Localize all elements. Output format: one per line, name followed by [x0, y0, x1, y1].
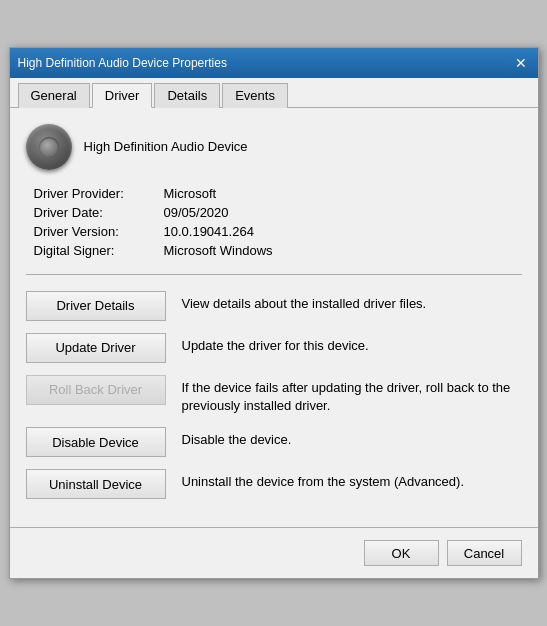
info-row-date: Driver Date: 09/05/2020: [34, 205, 530, 220]
signer-label: Digital Signer:: [34, 243, 164, 258]
divider: [26, 274, 522, 275]
version-label: Driver Version:: [34, 224, 164, 239]
roll-back-driver-button: Roll Back Driver: [26, 375, 166, 405]
footer: OK Cancel: [10, 527, 538, 578]
roll-back-driver-desc: If the device fails after updating the d…: [182, 375, 522, 415]
signer-value: Microsoft Windows: [164, 243, 273, 258]
disable-device-button[interactable]: Disable Device: [26, 427, 166, 457]
uninstall-device-desc: Uninstall the device from the system (Ad…: [182, 469, 465, 491]
tab-details[interactable]: Details: [154, 83, 220, 108]
ok-button[interactable]: OK: [364, 540, 439, 566]
date-value: 09/05/2020: [164, 205, 229, 220]
device-icon: [26, 124, 72, 170]
action-row-roll-back: Roll Back Driver If the device fails aft…: [26, 375, 522, 415]
action-row-disable-device: Disable Device Disable the device.: [26, 427, 522, 457]
properties-window: High Definition Audio Device Properties …: [9, 47, 539, 579]
tab-general[interactable]: General: [18, 83, 90, 108]
action-row-update-driver: Update Driver Update the driver for this…: [26, 333, 522, 363]
driver-details-button[interactable]: Driver Details: [26, 291, 166, 321]
action-row-uninstall-device: Uninstall Device Uninstall the device fr…: [26, 469, 522, 499]
close-button[interactable]: ✕: [512, 54, 530, 72]
provider-value: Microsoft: [164, 186, 217, 201]
disable-device-desc: Disable the device.: [182, 427, 292, 449]
info-row-signer: Digital Signer: Microsoft Windows: [34, 243, 530, 258]
tab-bar: General Driver Details Events: [10, 78, 538, 108]
action-row-driver-details: Driver Details View details about the in…: [26, 291, 522, 321]
device-name: High Definition Audio Device: [84, 139, 248, 154]
version-value: 10.0.19041.264: [164, 224, 254, 239]
tab-events[interactable]: Events: [222, 83, 288, 108]
provider-label: Driver Provider:: [34, 186, 164, 201]
title-bar: High Definition Audio Device Properties …: [10, 48, 538, 78]
info-row-version: Driver Version: 10.0.19041.264: [34, 224, 530, 239]
tab-content: High Definition Audio Device Driver Prov…: [10, 108, 538, 527]
date-label: Driver Date:: [34, 205, 164, 220]
driver-details-desc: View details about the installed driver …: [182, 291, 427, 313]
update-driver-desc: Update the driver for this device.: [182, 333, 369, 355]
driver-info-table: Driver Provider: Microsoft Driver Date: …: [34, 186, 530, 258]
tab-driver[interactable]: Driver: [92, 83, 153, 108]
device-header: High Definition Audio Device: [26, 124, 522, 170]
window-title: High Definition Audio Device Properties: [18, 56, 227, 70]
info-row-provider: Driver Provider: Microsoft: [34, 186, 530, 201]
cancel-button[interactable]: Cancel: [447, 540, 522, 566]
update-driver-button[interactable]: Update Driver: [26, 333, 166, 363]
uninstall-device-button[interactable]: Uninstall Device: [26, 469, 166, 499]
